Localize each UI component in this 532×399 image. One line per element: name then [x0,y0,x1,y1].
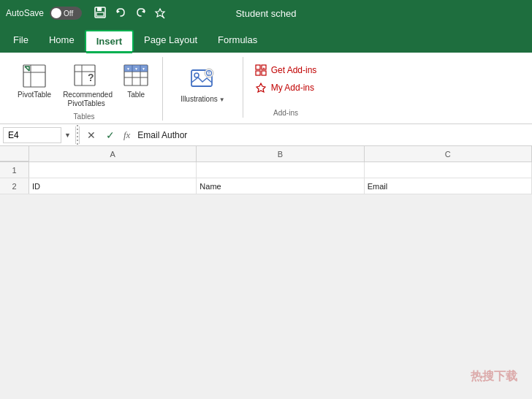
get-addins-icon: + [255,64,267,76]
customize-icon[interactable] [155,7,165,20]
illustrations-dropdown-icon[interactable]: ▼ [219,96,225,103]
title-bar: AutoSave Off [0,0,532,26]
fx-label: fx [123,129,130,141]
col-header-c[interactable]: C [365,146,532,162]
rec-pivot-button[interactable]: ? RecommendedPivotTables [60,60,113,110]
my-addins-icon [255,82,267,94]
get-addins-button[interactable]: + Get Add-ins [252,63,320,77]
row-header-1: 1 [0,162,29,178]
row-2: 2 ID Name Email [0,178,532,194]
cell-a2[interactable]: ID [29,178,197,194]
addins-group-label: Add-ins [273,106,298,117]
illustrations-button[interactable]: Illustrations ▼ [172,60,234,107]
autosave-label: AutoSave [6,8,44,18]
svg-text:+: + [262,66,265,70]
tables-group-label: Tables [74,110,95,121]
tab-formulas[interactable]: Formulas [208,30,267,50]
redo-icon[interactable] [134,6,148,21]
toggle-knob [51,8,61,18]
pivot-table-button[interactable]: PivotTable [15,60,54,101]
pivot-table-icon [20,61,49,91]
svg-rect-1 [97,7,102,11]
svg-rect-31 [262,71,266,75]
tab-file[interactable]: File [3,30,39,50]
confirm-button[interactable]: ✓ [102,126,119,144]
formula-bar-separator [75,126,80,144]
my-addins-button[interactable]: My Add-ins [252,80,320,95]
rec-pivot-label: RecommendedPivotTables [63,91,110,108]
col-header-b[interactable]: B [197,146,364,162]
illustrations-label: Illustrations [180,95,218,104]
table-button[interactable]: ▼ ▼ ▼ Table [118,60,153,101]
cell-c1[interactable] [365,162,532,178]
autosave-toggle[interactable]: Off [50,7,82,20]
svg-marker-4 [142,10,145,13]
undo-icon[interactable] [114,6,127,21]
tab-insert[interactable]: Insert [85,30,134,51]
formula-bar: E4 ▼ ✕ ✓ fx Email Author [0,124,532,146]
get-addins-label: Get Add-ins [271,65,317,75]
tables-group-items: PivotTable ? RecommendedPivotTables [15,57,153,110]
cell-b1[interactable] [197,162,364,178]
ribbon-tabs: File Home Insert Page Layout Formulas [0,26,532,53]
cell-c2[interactable]: Email [365,178,532,194]
svg-text:?: ? [88,72,94,83]
watermark: 热搜下载 [471,369,517,384]
corner-cell [0,146,29,162]
tab-home[interactable]: Home [39,30,85,50]
col-header-a[interactable]: A [29,146,197,162]
title-bar-icons [94,6,165,21]
svg-text:▼: ▼ [142,66,145,71]
addins-group: + Get Add-ins My Add-ins Add-ins [243,57,329,117]
row-1: 1 [0,162,532,178]
table-icon: ▼ ▼ ▼ [121,61,151,91]
addins-group-items: + Get Add-ins My Add-ins [252,57,320,106]
svg-text:▼: ▼ [134,66,138,71]
toggle-state-label: Off [64,10,73,18]
svg-text:▼: ▼ [126,66,130,71]
cell-ref-dropdown[interactable]: ▼ [63,132,72,139]
spreadsheet: A B C 1 2 ID Name Email [0,146,532,194]
svg-marker-5 [156,9,164,17]
save-icon[interactable] [94,6,107,21]
illustrations-icon [186,63,218,95]
title-bar-left: AutoSave Off [6,6,179,21]
formula-input[interactable]: Email Author [134,129,529,142]
my-addins-label: My Add-ins [271,83,314,93]
pivot-table-label: PivotTable [18,91,51,99]
row-header-2: 2 [0,178,29,194]
ribbon-content: PivotTable ? RecommendedPivotTables [0,53,532,124]
svg-rect-30 [256,71,260,75]
svg-marker-33 [256,83,265,92]
cell-a1[interactable] [29,162,197,178]
cell-reference[interactable]: E4 [3,127,61,143]
rec-pivot-icon: ? [72,61,101,91]
svg-rect-2 [96,12,104,16]
grip-dots [76,125,79,145]
illustrations-group-items: Illustrations ▼ [172,57,234,107]
tables-group: PivotTable ? RecommendedPivotTables [6,57,163,121]
column-headers: A B C [0,146,532,162]
cell-b2[interactable]: Name [197,178,364,194]
svg-marker-3 [117,10,120,13]
table-label: Table [127,91,145,99]
illustrations-group: Illustrations ▼ Illustrations [163,57,243,118]
addin-items: + Get Add-ins My Add-ins [252,60,320,98]
svg-rect-28 [256,65,260,69]
cancel-button[interactable]: ✕ [83,126,100,144]
title-bar-title: Student sched [179,8,352,19]
tab-page-layout[interactable]: Page Layout [134,30,208,50]
svg-point-27 [209,74,210,75]
